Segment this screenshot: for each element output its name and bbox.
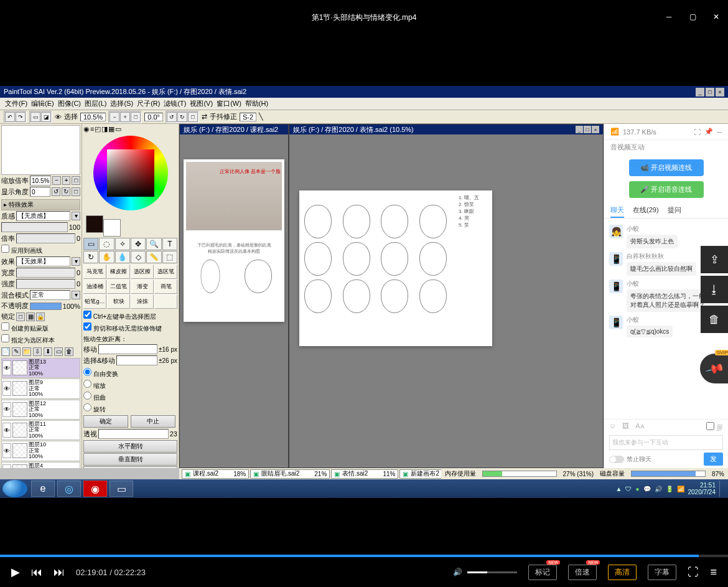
- layer-item[interactable]: 👁图层12正常100%: [1, 400, 80, 420]
- color-wheel-icon[interactable]: ◉: [83, 125, 90, 133]
- flip-icon[interactable]: ⇄: [202, 113, 207, 121]
- volume-icon[interactable]: 🔊: [453, 568, 462, 576]
- tool-zoom[interactable]: 🔍: [146, 238, 161, 250]
- svip-badge[interactable]: SVIP: [700, 354, 728, 383]
- rot-ccw-button[interactable]: ↺: [167, 112, 177, 122]
- quality-button[interactable]: 高清: [608, 565, 637, 580]
- tool-lasso[interactable]: ◌: [99, 238, 114, 250]
- sample-check[interactable]: 指定为选区样本: [1, 334, 80, 345]
- tool-rotate[interactable]: ↻: [83, 251, 98, 263]
- redo-button[interactable]: ↷: [16, 112, 26, 122]
- menu-layer[interactable]: 图层(L): [85, 99, 106, 108]
- send-button[interactable]: 发: [704, 453, 723, 466]
- mdi-min-icon[interactable]: _: [576, 126, 583, 133]
- taskbar-ie[interactable]: e: [31, 481, 55, 497]
- brush-item[interactable]: 涂抹: [131, 294, 154, 309]
- play-button[interactable]: ▶: [11, 565, 20, 579]
- document-tab[interactable]: ▣ 课程.sai218%: [182, 469, 249, 479]
- tool-ruler[interactable]: 📏: [146, 251, 161, 263]
- effect-btn[interactable]: ▾: [72, 257, 80, 266]
- menu-ruler[interactable]: 尺子(R): [137, 99, 160, 108]
- tool-persp[interactable]: ⬚: [162, 251, 177, 263]
- stabilizer-value[interactable]: S-2: [240, 113, 256, 121]
- mdi-close-icon[interactable]: ×: [592, 126, 599, 133]
- start-button[interactable]: [2, 480, 27, 497]
- lock-none[interactable]: □: [16, 312, 25, 321]
- apply-line-check[interactable]: 应用到画线: [1, 244, 80, 256]
- clip-check[interactable]: 创建剪贴蒙版: [1, 322, 80, 334]
- show-desktop[interactable]: [719, 481, 726, 497]
- clock[interactable]: 21:51 2020/7/24: [688, 482, 716, 495]
- blend-value[interactable]: 正常: [30, 290, 70, 300]
- delete-button[interactable]: 🗑: [701, 306, 728, 333]
- invert-button[interactable]: ◪: [41, 112, 51, 122]
- radio-scale[interactable]: 缩放: [83, 379, 177, 391]
- line-icon[interactable]: ╲: [259, 113, 263, 121]
- brush-item[interactable]: [154, 294, 177, 309]
- angle-ccw[interactable]: ↺: [52, 187, 60, 196]
- screen-check[interactable]: [706, 422, 714, 430]
- share-button[interactable]: ⇪: [701, 246, 728, 273]
- radio-distort[interactable]: 扭曲: [83, 391, 177, 403]
- delete-layer-button[interactable]: 🗑: [65, 347, 73, 356]
- scratch-icon[interactable]: ▭: [115, 125, 121, 133]
- brush-item[interactable]: 油漆桶: [83, 279, 106, 294]
- tab-ask[interactable]: 提问: [668, 205, 681, 218]
- brush-item[interactable]: 渐变: [131, 279, 154, 294]
- next-button[interactable]: ⏭: [54, 566, 65, 579]
- angle-value[interactable]: 0: [30, 187, 50, 197]
- tab-online[interactable]: 在线(29): [633, 205, 659, 218]
- menu-filter[interactable]: 滤镜(T): [164, 99, 186, 108]
- fullscreen-button[interactable]: ⛶: [688, 566, 699, 579]
- lock-pixel[interactable]: ▦: [26, 312, 35, 321]
- special-section[interactable]: ▸ 特殊效果: [1, 199, 80, 210]
- scale-minus[interactable]: −: [52, 176, 61, 185]
- tool-wand[interactable]: ✧: [115, 238, 130, 250]
- scale-reset[interactable]: □: [72, 176, 80, 185]
- tray-shield-icon[interactable]: 🛡: [625, 486, 632, 492]
- zoom-in-button[interactable]: +: [120, 112, 130, 122]
- rotate-ccw-button[interactable]: 逆时针旋转 90 度: [83, 466, 177, 468]
- taskbar-app1[interactable]: ◎: [57, 481, 81, 497]
- rot-reset-button[interactable]: □: [188, 112, 198, 122]
- texture-btn[interactable]: ▾: [72, 212, 80, 220]
- emoji-icon[interactable]: ☺: [609, 422, 616, 433]
- window-maximize-icon[interactable]: ▢: [687, 11, 698, 22]
- layer-item[interactable]: 👁图层10正常100%: [1, 441, 80, 461]
- angle-reset[interactable]: □: [72, 187, 80, 196]
- brush-item[interactable]: 马克笔: [83, 265, 106, 279]
- chk-cut-move[interactable]: 剪切和移动无需按修饰键: [83, 322, 177, 334]
- tool-text[interactable]: T: [162, 238, 177, 250]
- layer-item[interactable]: 👁图层9正常100%: [1, 378, 80, 398]
- strength-slider[interactable]: [16, 279, 75, 289]
- new-line-layer-button[interactable]: ✎: [12, 347, 21, 356]
- brush-item[interactable]: 画笔: [154, 279, 177, 294]
- scale-value[interactable]: 10.5%: [30, 176, 51, 185]
- texture-value[interactable]: 【无质感】: [16, 211, 70, 221]
- mute-toggle[interactable]: 禁止聊天: [609, 455, 651, 464]
- audio-connect-button[interactable]: 🎤 开启语音连线: [629, 181, 704, 198]
- menu-window[interactable]: 窗口(W): [217, 99, 241, 108]
- effect-value[interactable]: 【无效果】: [16, 256, 70, 266]
- brush-item[interactable]: 铅笔g…: [83, 294, 106, 309]
- scale-plus[interactable]: +: [62, 176, 71, 185]
- chk-ctrl-click[interactable]: Ctrl+左键单击选择图层: [83, 310, 177, 322]
- tray-360-icon[interactable]: ●: [635, 486, 639, 492]
- selmove-slider[interactable]: [116, 355, 157, 365]
- tool-move[interactable]: ✥: [131, 238, 146, 250]
- layer-item[interactable]: 👁图层13正常100%: [1, 358, 80, 378]
- tool-rect-select[interactable]: ▭: [83, 238, 98, 250]
- tool-hand[interactable]: ✋: [99, 251, 114, 263]
- window-close-icon[interactable]: ✕: [711, 11, 722, 22]
- transfer-button[interactable]: ⇩: [33, 347, 42, 356]
- radio-rotate[interactable]: 旋转: [83, 403, 177, 415]
- menu-help[interactable]: 帮助(H): [245, 99, 268, 108]
- rot-cw-button[interactable]: ↻: [177, 112, 187, 122]
- menu-view[interactable]: 视图(V): [190, 99, 213, 108]
- sai-min-icon[interactable]: _: [696, 88, 704, 96]
- mdi-window-main[interactable]: 娱乐 (F:) / 存图2020 / 表情.sai2 (10.5%) _□× 表…: [289, 124, 604, 468]
- download-button[interactable]: ⭳: [701, 276, 728, 303]
- width-slider[interactable]: [16, 268, 75, 278]
- swatches-icon[interactable]: ▦: [108, 125, 114, 133]
- video-connect-button[interactable]: 📹 开启视频连线: [629, 159, 704, 176]
